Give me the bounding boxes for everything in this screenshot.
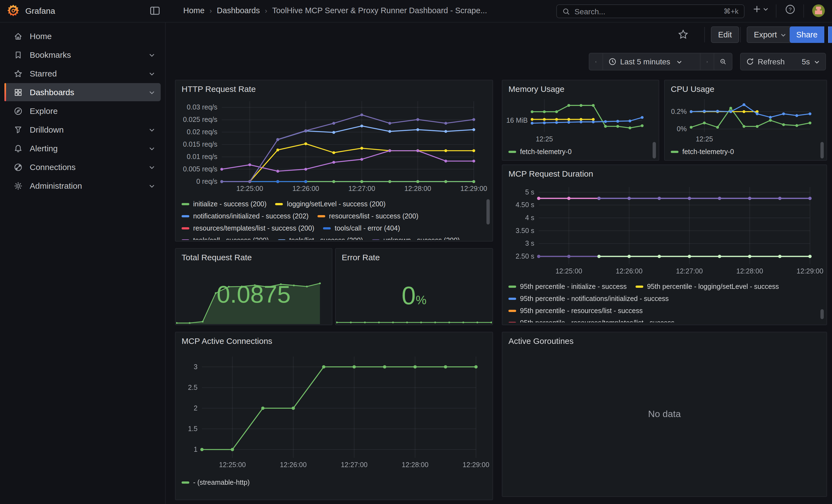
svg-text:12:25: 12:25 (536, 135, 553, 143)
legend-item[interactable]: - (streamable-http) (182, 479, 250, 486)
legend-item[interactable]: fetch-telemetry-0 (671, 148, 734, 156)
bookmark-icon (14, 50, 23, 59)
legend-item[interactable]: 95th percentile - resources/templates/li… (509, 319, 674, 322)
time-range-picker[interactable]: Last 5 minutes (602, 53, 701, 71)
svg-text:2.50 s: 2.50 s (516, 252, 534, 260)
panel-title[interactable]: MCP Request Duration (509, 169, 593, 178)
legend-item[interactable]: unknown - success (200) (372, 237, 460, 240)
legend-item[interactable]: logging/setLevel - success (200) (276, 200, 386, 208)
legend-label: logging/setLevel - success (200) (287, 200, 386, 208)
panel-memory-usage: Memory Usage 12:2516 MiB fetch-telemetry… (502, 80, 659, 161)
panel-mcp-request-duration: MCP Request Duration 12:25:0012:26:0012:… (502, 164, 827, 325)
legend-item[interactable]: fetch-telemetry-0 (509, 148, 572, 156)
sidebar-item-dashboards[interactable]: Dashboards (4, 83, 161, 101)
breadcrumb-item: ToolHive MCP Server & Proxy Runner Dashb… (272, 6, 487, 15)
legend-item[interactable]: resources/templates/list - success (200) (182, 224, 314, 232)
chevron-down-icon[interactable] (149, 164, 155, 170)
share-button[interactable]: Share (790, 26, 824, 43)
legend-item[interactable]: 95th percentile - resources/list - succe… (509, 307, 643, 315)
cpu-usage-chart[interactable]: 12:250%0.2% (666, 95, 818, 144)
legend-item[interactable]: 95th percentile - notifications/initiali… (509, 295, 669, 302)
legend-item[interactable]: notifications/initialized - success (202… (182, 212, 309, 220)
legend-item[interactable]: tools/call - success (200) (182, 237, 269, 240)
star-dashboard-button[interactable] (678, 29, 688, 39)
legend-item[interactable]: resources/list - success (200) (317, 212, 418, 220)
legend-row: tools/call - success (200)tools/list - s… (182, 234, 483, 240)
legend-item[interactable]: tools/call - error (404) (323, 224, 400, 232)
edit-button[interactable]: Edit (711, 26, 739, 43)
panel-title[interactable]: Memory Usage (509, 84, 564, 94)
legend-marker (182, 239, 189, 240)
panel-title[interactable]: HTTP Request Rate (182, 84, 256, 94)
panel-title[interactable]: MCP Active Connections (182, 336, 272, 346)
sidebar-item-starred[interactable]: Starred (4, 64, 161, 82)
refresh-button[interactable]: Refresh (740, 53, 797, 71)
time-back-button[interactable] (589, 53, 603, 71)
svg-text:0.2%: 0.2% (671, 108, 687, 115)
legend-label: notifications/initialized - success (202… (193, 212, 309, 220)
brand[interactable]: Grafana (7, 4, 55, 17)
chevron-down-icon[interactable] (149, 145, 155, 152)
scrollbar-thumb[interactable] (821, 142, 824, 158)
sidebar-item-bookmarks[interactable]: Bookmarks (4, 46, 161, 64)
legend-label: 95th percentile - notifications/initiali… (520, 295, 669, 302)
panel-title[interactable]: CPU Usage (671, 84, 714, 94)
gear-icon (14, 181, 23, 190)
share-options-button[interactable] (828, 26, 832, 43)
sidebar-item-explore[interactable]: Explore (4, 102, 161, 120)
sidebar-toggle-icon[interactable] (150, 5, 160, 16)
legend-label: resources/templates/list - success (200) (193, 224, 314, 232)
breadcrumb-item[interactable]: Dashboards (217, 6, 260, 15)
legend-marker (276, 203, 283, 205)
svg-text:1: 1 (194, 445, 198, 453)
breadcrumb-separator: › (265, 6, 267, 15)
scrollbar-thumb[interactable] (487, 199, 490, 224)
panel-title[interactable]: Active Goroutines (509, 336, 574, 346)
sidebar-item-label: Dashboards (30, 87, 74, 97)
sidebar-item-drilldown[interactable]: Drilldown (4, 121, 161, 139)
http-request-rate-chart[interactable]: 12:25:0012:26:0012:27:0012:28:0012:29:00… (178, 97, 483, 196)
export-button[interactable]: Export (747, 26, 794, 43)
sidebar-item-alerting[interactable]: Alerting (4, 139, 161, 157)
chevron-down-icon[interactable] (149, 126, 155, 133)
mcp-active-connections-chart[interactable]: 12:25:0012:26:0012:27:0012:28:0012:29:00… (178, 351, 486, 473)
scrollbar-thumb[interactable] (821, 309, 824, 319)
panel-mcp-active-connections: MCP Active Connections 12:25:0012:26:001… (175, 332, 493, 500)
chevron-down-icon[interactable] (149, 89, 155, 96)
legend-item[interactable]: 95th percentile - logging/setLevel - suc… (635, 283, 779, 291)
legend-label: tools/call - success (200) (193, 237, 269, 240)
refresh-interval-picker[interactable]: 5s (796, 53, 826, 71)
breadcrumb-item[interactable]: Home (183, 6, 204, 15)
breadcrumb-separator: › (209, 6, 212, 15)
chevron-down-icon[interactable] (149, 51, 155, 58)
legend-label: 95th percentile - resources/templates/li… (520, 319, 674, 322)
stat-value: 0.0875 (176, 281, 332, 308)
svg-text:0.02 req/s: 0.02 req/s (187, 128, 217, 136)
search-input[interactable]: Search... ⌘+k (556, 4, 745, 18)
sidebar-item-home[interactable]: Home (4, 27, 161, 45)
scrollbar-thumb[interactable] (653, 142, 656, 158)
legend-row: 95th percentile - resources/templates/li… (509, 317, 816, 322)
add-button[interactable] (753, 5, 769, 13)
chevron-down-icon[interactable] (149, 70, 155, 77)
bell-icon (14, 144, 23, 153)
help-button[interactable]: ? (785, 4, 795, 14)
legend-row: 95th percentile - notifications/initiali… (509, 293, 816, 305)
sidebar-item-administration[interactable]: Administration (4, 177, 161, 195)
chevron-down-icon[interactable] (149, 182, 155, 189)
panel-title[interactable]: Error Rate (342, 253, 380, 262)
legend-label: tools/call - error (404) (335, 224, 400, 232)
legend-item[interactable]: 95th percentile - initialize - success (509, 283, 627, 291)
zoom-out-button[interactable] (714, 53, 732, 71)
svg-text:12:29:00: 12:29:00 (460, 185, 487, 192)
sidebar-item-connections[interactable]: Connections (4, 158, 161, 176)
legend-item[interactable]: tools/list - success (200) (278, 237, 363, 240)
legend-item[interactable]: initialize - success (200) (182, 200, 267, 208)
sidebar-item-label: Bookmarks (30, 50, 71, 59)
svg-text:12:27:00: 12:27:00 (341, 461, 368, 469)
mcp-request-duration-chart[interactable]: 12:25:0012:26:0012:27:0012:28:0012:29:00… (504, 181, 819, 278)
time-forward-button[interactable] (700, 53, 714, 71)
user-avatar[interactable] (812, 4, 825, 17)
memory-usage-chart[interactable]: 12:2516 MiB (503, 95, 650, 144)
panel-title[interactable]: Total Request Rate (182, 253, 252, 262)
